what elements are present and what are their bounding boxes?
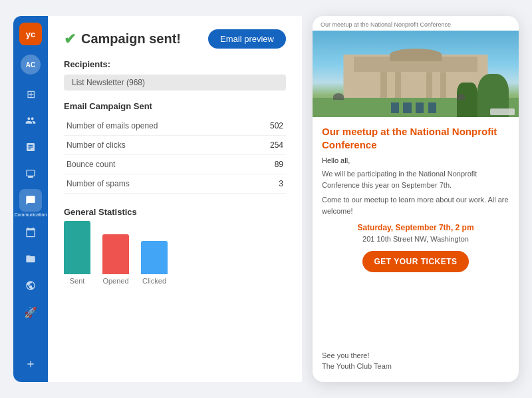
app-logo: yc <box>19 23 42 45</box>
table-row: Number of emails opened502 <box>64 116 286 136</box>
recipient-tag: List Newsletter (968) <box>64 75 286 91</box>
sidebar-item-calendar[interactable] <box>19 221 42 244</box>
stat-value: 254 <box>250 136 286 155</box>
email-address: 201 10th Street NW, Washington <box>322 235 509 243</box>
user-avatar: AC <box>21 55 41 75</box>
email-body-1: We will be participating in the National… <box>322 168 509 190</box>
email-campaign-stats: Email Campaign Sent Number of emails ope… <box>64 101 286 194</box>
table-row: Number of spams3 <box>64 174 286 194</box>
email-team: The Youth Club Team <box>322 362 509 370</box>
files-icon <box>19 248 42 270</box>
sidebar-item-communication[interactable]: Communication <box>15 189 47 217</box>
chart-container: SentOpenedClicked <box>64 225 286 285</box>
main-panel: ✔ Campaign sent! Email preview Recipient… <box>48 16 302 382</box>
stat-value: 502 <box>250 116 286 136</box>
stat-label: Number of clicks <box>64 136 250 155</box>
campaign-header: ✔ Campaign sent! Email preview <box>64 29 286 49</box>
campaign-title-text: Campaign sent! <box>81 31 181 47</box>
email-sign-off: See you there! <box>322 351 509 359</box>
get-tickets-button[interactable]: GET YOUR TICKETS <box>362 251 469 272</box>
email-body-2: Come to our meetup to learn more about o… <box>322 194 509 216</box>
contacts-icon <box>19 109 42 132</box>
email-campaign-label: Email Campaign Sent <box>64 101 286 111</box>
stat-value: 89 <box>250 155 286 174</box>
email-top-label: Our meetup at the National Nonprofit Con… <box>313 16 519 31</box>
chart-bar-wrap: Clicked <box>141 241 168 285</box>
communication-icon <box>19 189 42 212</box>
stat-value: 3 <box>250 174 286 194</box>
email-preview-panel: Our meetup at the National Nonprofit Con… <box>313 16 519 382</box>
add-icon <box>19 353 42 375</box>
stat-label: Number of emails opened <box>64 116 250 136</box>
email-hero-image <box>313 31 519 117</box>
sidebar-item-rocket[interactable]: 🚀 <box>19 301 42 323</box>
stats-table: Number of emails opened502Number of clic… <box>64 116 286 194</box>
screens-icon <box>19 162 42 185</box>
sidebar-item-globe[interactable] <box>19 274 42 297</box>
chart-bar-label: Clicked <box>142 277 166 285</box>
rocket-icon: 🚀 <box>19 301 42 323</box>
sidebar-item-screens[interactable] <box>19 162 42 185</box>
home-icon: ⊞ <box>19 83 42 105</box>
general-stats: General Statistics SentOpenedClicked <box>64 207 286 285</box>
chart-bar-label: Sent <box>70 277 85 285</box>
stat-label: Number of spams <box>64 174 250 194</box>
general-stats-title: General Statistics <box>64 207 286 217</box>
chart-bar-label: Opened <box>102 277 128 285</box>
email-date: Saturday, September 7th, 2 pm <box>322 223 509 232</box>
check-icon: ✔ <box>64 31 76 48</box>
sidebar: yc AC ⊞ Communication <box>13 16 48 382</box>
email-greeting: Hello all, <box>322 156 509 164</box>
chart-bar-wrap: Sent <box>64 221 90 285</box>
email-event-title: Our meetup at the National Nonprofit Con… <box>322 125 509 151</box>
chart-bar <box>64 221 90 274</box>
sidebar-item-contacts[interactable] <box>19 109 42 132</box>
reports-icon <box>19 136 42 158</box>
communication-label: Communication <box>15 212 47 217</box>
sidebar-item-home[interactable]: ⊞ <box>19 83 42 105</box>
chart-bar <box>102 234 129 274</box>
stat-label: Bounce count <box>64 155 250 174</box>
globe-icon <box>19 274 42 297</box>
table-row: Number of clicks254 <box>64 136 286 155</box>
sidebar-item-reports[interactable] <box>19 136 42 158</box>
sidebar-item-files[interactable] <box>19 248 42 270</box>
sidebar-item-add[interactable] <box>19 353 42 375</box>
table-row: Bounce count89 <box>64 155 286 174</box>
campaign-title: ✔ Campaign sent! <box>64 31 181 48</box>
app-wrapper: yc AC ⊞ Communication <box>13 16 519 382</box>
email-preview-button[interactable]: Email preview <box>208 29 286 49</box>
email-footer: See you there! The Youth Club Team <box>313 351 519 382</box>
recipients-label: Recipients: <box>64 59 286 69</box>
chart-bar <box>141 241 168 274</box>
chart-bar-wrap: Opened <box>102 234 129 285</box>
email-content: Our meetup at the National Nonprofit Con… <box>313 117 519 351</box>
calendar-icon <box>19 221 42 244</box>
